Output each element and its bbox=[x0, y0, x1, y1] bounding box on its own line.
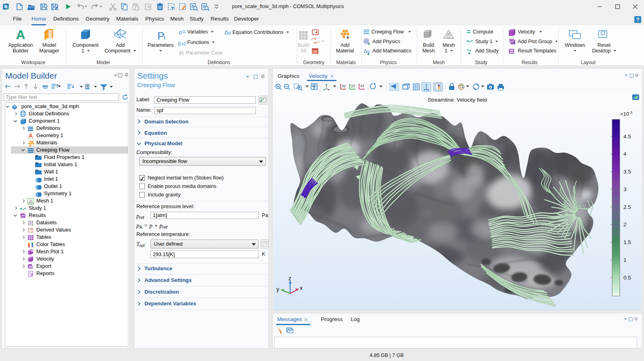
svg-text:a: a bbox=[179, 29, 182, 35]
svg-text:e-12: e-12 bbox=[28, 230, 33, 233]
svg-text:Definitions: Definitions bbox=[36, 125, 61, 131]
svg-text:=: = bbox=[182, 29, 186, 35]
svg-text:8.85: 8.85 bbox=[28, 227, 33, 230]
svg-text:i: i bbox=[183, 51, 184, 56]
svg-text:Streamline: Velocity field: Streamline: Velocity field bbox=[427, 97, 487, 103]
svg-text:Export: Export bbox=[36, 263, 51, 269]
svg-text:1: 1 bbox=[623, 257, 627, 263]
svg-text:A: A bbox=[16, 27, 25, 42]
svg-text:i: i bbox=[164, 33, 165, 41]
svg-text:Reports: Reports bbox=[36, 270, 54, 276]
svg-text:Derived Values: Derived Values bbox=[36, 227, 71, 233]
svg-text:1.5: 1.5 bbox=[623, 239, 631, 245]
svg-text:Δ: Δ bbox=[364, 48, 367, 54]
svg-text:xz: xz bbox=[360, 83, 364, 88]
svg-text:Datasets: Datasets bbox=[36, 219, 57, 225]
svg-text:Initial Values 1: Initial Values 1 bbox=[44, 161, 77, 167]
svg-text:Results: Results bbox=[29, 212, 46, 218]
svg-text:Study 1: Study 1 bbox=[29, 205, 46, 211]
svg-text:y: y bbox=[276, 286, 279, 292]
svg-text:2: 2 bbox=[623, 221, 627, 227]
svg-text:xy: xy bbox=[342, 83, 346, 88]
svg-text:3: 3 bbox=[623, 186, 627, 192]
svg-text:Component 1: Component 1 bbox=[29, 118, 60, 124]
svg-text:Wall 1: Wall 1 bbox=[44, 169, 58, 175]
svg-text:Color Tables: Color Tables bbox=[36, 241, 65, 247]
svg-text:Mesh Plot 1: Mesh Plot 1 bbox=[36, 248, 64, 255]
svg-text:Fluid Properties 1: Fluid Properties 1 bbox=[44, 154, 84, 160]
svg-text:Materials: Materials bbox=[36, 140, 57, 146]
svg-text:0.5: 0.5 bbox=[623, 275, 631, 281]
svg-text:Velocity: Velocity bbox=[36, 256, 54, 262]
svg-text:u: u bbox=[228, 29, 231, 35]
svg-text:2.5: 2.5 bbox=[623, 204, 631, 210]
svg-text:Tables: Tables bbox=[36, 234, 51, 240]
svg-text:pore_scale_flow_3d.mph: pore_scale_flow_3d.mph bbox=[21, 103, 79, 109]
svg-text:3.5: 3.5 bbox=[623, 169, 631, 175]
svg-text:f(x): f(x) bbox=[178, 40, 186, 46]
svg-text:P: P bbox=[157, 30, 164, 42]
svg-text:P: P bbox=[179, 50, 183, 56]
svg-text:Δ: Δ bbox=[224, 29, 228, 35]
svg-text:4.5: 4.5 bbox=[623, 134, 631, 140]
svg-text:Outlet 1: Outlet 1 bbox=[44, 183, 62, 189]
svg-text:Geometry 1: Geometry 1 bbox=[36, 132, 63, 138]
svg-text:Global Definitions: Global Definitions bbox=[29, 111, 69, 117]
svg-text:4: 4 bbox=[623, 151, 627, 157]
svg-text:Inlet 1: Inlet 1 bbox=[44, 176, 58, 182]
svg-text:Creeping Flow: Creeping Flow bbox=[36, 147, 70, 153]
svg-text:x: x bbox=[300, 285, 303, 291]
svg-text:z: z bbox=[289, 275, 291, 282]
svg-text:Symmetry 1: Symmetry 1 bbox=[44, 190, 71, 196]
svg-text:yz: yz bbox=[351, 83, 355, 88]
svg-text:Mesh 1: Mesh 1 bbox=[36, 198, 53, 204]
svg-text:×10-3: ×10-3 bbox=[620, 111, 632, 117]
